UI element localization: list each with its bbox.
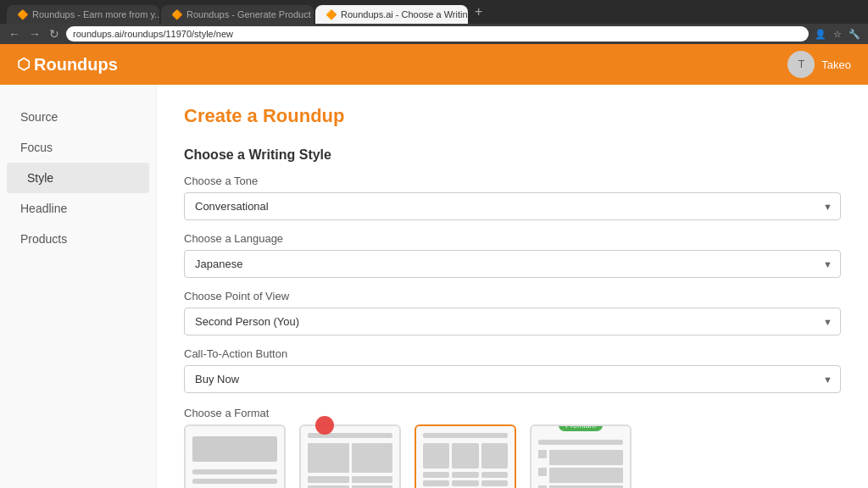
sidebar: Source Focus Style Headline Products xyxy=(0,85,157,488)
head-to-head-preview xyxy=(308,433,392,488)
ranker-preview xyxy=(538,433,623,488)
single-product-preview xyxy=(192,433,277,488)
app-header: ⬡ Roundups T Takeo xyxy=(0,44,868,85)
sidebar-item-style[interactable]: Style xyxy=(7,163,149,193)
browser-toolbar: ← → ↻ roundups.ai/roundups/11970/style/n… xyxy=(0,24,868,44)
user-name: Takeo xyxy=(821,58,851,71)
language-dropdown-wrapper: Japanese English Spanish French ▼ xyxy=(184,250,841,278)
3-column-preview xyxy=(423,433,508,488)
browser-tabs: 🔶 Roundups - Earn more from y... ✕ 🔶 Rou… xyxy=(0,0,868,24)
pov-dropdown-wrapper: Second Person (You) First Person (I) Thi… xyxy=(184,308,841,336)
premium-badge: Premium xyxy=(559,424,603,431)
pov-label: Choose Point of View xyxy=(184,290,841,302)
format-card-single-product[interactable]: Single Product xyxy=(184,424,286,488)
format-card-3-column[interactable]: 3 Column xyxy=(415,424,516,488)
star-icon[interactable]: ☆ xyxy=(831,27,844,41)
format-card-single-product-inner xyxy=(184,424,286,488)
profile-icon: 👤 xyxy=(814,27,827,41)
logo-text: Roundups xyxy=(34,55,118,75)
pov-select[interactable]: Second Person (You) First Person (I) Thi… xyxy=(184,308,841,336)
section-title: Choose a Writing Style xyxy=(184,147,841,163)
format-card-ranker-inner: Premium xyxy=(530,424,632,488)
tab-2-label: Roundups - Generate Product ... xyxy=(186,9,314,19)
tab-1[interactable]: 🔶 Roundups - Earn more from y... ✕ xyxy=(7,5,159,24)
cta-select[interactable]: Buy Now Shop Now Learn More Get It Now xyxy=(184,365,841,393)
tone-select[interactable]: Conversational Professional Casual Forma… xyxy=(184,192,841,220)
sidebar-item-focus[interactable]: Focus xyxy=(0,132,156,163)
format-card-3-column-inner xyxy=(415,424,516,488)
sidebar-item-source[interactable]: Source xyxy=(0,102,156,132)
extensions-icon: 🔧 xyxy=(848,27,861,41)
user-avatar: T xyxy=(787,51,815,78)
address-bar[interactable]: roundups.ai/roundups/11970/style/new xyxy=(66,26,809,42)
format-label: Choose a Format xyxy=(184,407,841,419)
format-card-head-to-head[interactable]: Head to Head xyxy=(299,424,401,488)
main-area: Source Focus Style Headline Products Cre… xyxy=(0,85,868,488)
format-cards: Single Product xyxy=(184,424,841,488)
tab-1-favicon: 🔶 xyxy=(17,9,27,19)
logo-icon: ⬡ xyxy=(17,55,31,74)
tone-label: Choose a Tone xyxy=(184,175,841,187)
address-text: roundups.ai/roundups/11970/style/new xyxy=(73,29,233,39)
cta-label: Call-To-Action Button xyxy=(184,347,841,360)
format-section: Choose a Format xyxy=(184,407,841,488)
tab-2-favicon: 🔶 xyxy=(171,9,181,19)
tab-3-label: Roundups.ai - Choose a Writin... xyxy=(341,9,468,19)
format-card-ranker[interactable]: Premium Ranker xyxy=(530,424,632,488)
app-user[interactable]: T Takeo xyxy=(787,51,851,78)
browser-chrome: 🔶 Roundups - Earn more from y... ✕ 🔶 Rou… xyxy=(0,0,868,44)
tab-2[interactable]: 🔶 Roundups - Generate Product ... ✕ xyxy=(161,5,314,24)
forward-button[interactable]: → xyxy=(27,27,42,41)
app-logo[interactable]: ⬡ Roundups xyxy=(17,55,118,75)
sidebar-item-headline[interactable]: Headline xyxy=(0,193,156,224)
toolbar-icons: 👤 ☆ 🔧 xyxy=(814,27,861,41)
back-button[interactable]: ← xyxy=(7,27,22,41)
cta-dropdown-wrapper: Buy Now Shop Now Learn More Get It Now ▼ xyxy=(184,365,841,393)
content-area: Create a Roundup Choose a Writing Style … xyxy=(157,85,868,488)
new-tab-button[interactable]: + xyxy=(470,4,487,19)
language-select[interactable]: Japanese English Spanish French xyxy=(184,250,841,278)
reload-button[interactable]: ↻ xyxy=(47,27,61,41)
page-title: Create a Roundup xyxy=(184,105,841,127)
tone-dropdown-wrapper: Conversational Professional Casual Forma… xyxy=(184,192,841,220)
tab-3-favicon: 🔶 xyxy=(326,9,336,19)
format-card-head-to-head-inner xyxy=(299,424,401,488)
cursor-indicator xyxy=(315,416,334,435)
tab-3[interactable]: 🔶 Roundups.ai - Choose a Writin... ✕ xyxy=(315,5,468,24)
language-label: Choose a Language xyxy=(184,232,841,245)
sidebar-item-products[interactable]: Products xyxy=(0,224,156,254)
tab-1-label: Roundups - Earn more from y... xyxy=(32,9,159,19)
